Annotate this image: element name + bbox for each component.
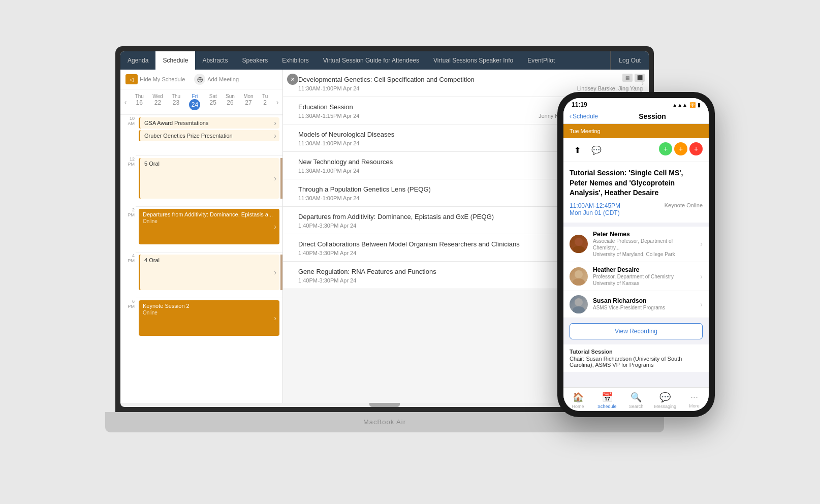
session-gruber[interactable]: Gruber Genetics Prize Presentation › xyxy=(139,130,279,141)
phone-chair-info: Chair: Susan Richardson (University of S… xyxy=(570,356,703,368)
session-4oral-arrow: › xyxy=(274,268,276,276)
scene: Agenda Schedule Abstracts Speakers Exhib… xyxy=(105,31,715,473)
tab-abstracts[interactable]: Abstracts xyxy=(195,51,235,70)
phone-nav-messaging[interactable]: 💬 Messaging xyxy=(651,391,680,410)
share-icon[interactable]: ⬆ xyxy=(570,142,585,158)
time-content-2: Departures from Additivity: Dominance, E… xyxy=(136,206,282,252)
day-sun26[interactable]: Sun26 xyxy=(223,92,238,111)
time-label-4: 4PM xyxy=(121,253,135,263)
hide-schedule-icon: ◁ xyxy=(125,74,138,84)
session-gsa-arrow: › xyxy=(274,119,276,127)
phone-time: 11:19 xyxy=(572,101,587,108)
tab-exhibitors[interactable]: Exhibitors xyxy=(275,51,316,70)
prev-day-button[interactable]: ‹ xyxy=(120,98,131,106)
phone-nav-search[interactable]: 🔍 Search xyxy=(621,391,650,410)
svg-point-5 xyxy=(573,306,585,313)
session-5oral-arrow: › xyxy=(274,174,276,182)
day-columns: Thu16 Wed22 Thu23 Fri24 Sat25 Sun26 Mon2… xyxy=(131,91,272,112)
session-4oral[interactable]: 4 Oral Oral › xyxy=(139,255,279,290)
speaker-avatar-susan xyxy=(570,295,588,313)
phone-back-label: Schedule xyxy=(573,113,598,120)
session-gruber-arrow: › xyxy=(274,132,276,140)
phone-back-button[interactable]: ‹ Schedule xyxy=(570,113,598,120)
time-label-12: 12PM xyxy=(121,156,135,167)
svg-point-1 xyxy=(573,246,585,253)
speaker-arrow-susan: › xyxy=(700,300,703,308)
session-gsa[interactable]: GSA Award Presentations › xyxy=(139,117,279,129)
day-mon27[interactable]: Mon27 xyxy=(240,92,256,111)
speaker-item-peter[interactable]: Peter Nemes Associate Professor, Departm… xyxy=(563,227,709,262)
view-recording-button[interactable]: View Recording xyxy=(570,323,703,339)
phone-nav-schedule[interactable]: 📅 Schedule xyxy=(592,391,621,410)
add-green-button[interactable]: + xyxy=(659,142,672,155)
comment-icon[interactable]: 💬 xyxy=(589,142,604,158)
search-nav-label: Search xyxy=(629,404,644,409)
phone-session-title: Tutorial Session: 'Single Cell MS', Pete… xyxy=(570,168,703,198)
hide-schedule-button[interactable]: ◁ Hide My Schedule xyxy=(125,74,185,84)
phone: 11:19 ▲▲▲ 🛜 ▮ ‹ Schedule Session Tue Mee… xyxy=(557,92,715,417)
session-departures-arrow: › xyxy=(274,223,276,231)
session-departures[interactable]: Departures from Additivity: Dominance, E… xyxy=(139,209,279,244)
wifi-icon: 🛜 xyxy=(689,102,696,108)
add-orange-button[interactable]: + xyxy=(674,142,687,155)
close-button[interactable]: × xyxy=(287,74,298,85)
signal-icon: ▲▲▲ xyxy=(672,102,687,108)
time-content-12: 5 Oral Oral › xyxy=(136,155,282,206)
tab-virtual-guide[interactable]: Virtual Session Guide for Attendees xyxy=(316,51,426,70)
calendar-header: ◁ Hide My Schedule ⊕ Add Meeting xyxy=(120,70,282,89)
tab-virtual-speaker[interactable]: Virtual Sessions Speaker Info xyxy=(426,51,520,70)
day-wed22[interactable]: Wed22 xyxy=(149,92,166,111)
next-day-button[interactable]: › xyxy=(272,98,282,106)
time-label-10: 10AM xyxy=(121,116,135,126)
phone-bottom-nav: 🏠 Home 📅 Schedule 🔍 Search 💬 Messaging ·… xyxy=(563,387,709,411)
speaker-arrow-heather: › xyxy=(700,272,703,280)
time-content-10: GSA Award Presentations › Gruber Genetic… xyxy=(136,115,282,155)
time-row-4: 4PM 4 Oral Oral › xyxy=(136,252,282,298)
phone-status-icons: ▲▲▲ 🛜 ▮ xyxy=(672,102,701,108)
calendar-icon-1[interactable]: ▦ xyxy=(622,74,633,82)
phone-nav-more[interactable]: ··· More xyxy=(680,391,709,410)
phone-content: Tue Meeting ⬆ 💬 + + + Tutorial Session: … xyxy=(563,124,709,387)
day-tu2[interactable]: Tu2 xyxy=(259,92,271,111)
schedule-nav-icon: 📅 xyxy=(602,392,613,403)
session-gruber-title: Gruber Genetics Prize Presentation xyxy=(144,133,233,139)
session-keynote2-arrow: › xyxy=(274,314,276,322)
tab-speakers[interactable]: Speakers xyxy=(235,51,275,70)
speaker-item-susan[interactable]: Susan Richardson ASMS Vice-President Pro… xyxy=(563,291,709,318)
session-keynote2-title: Keynote Session 2 xyxy=(143,303,275,309)
speaker-avatar-heather xyxy=(570,267,588,286)
phone-session-date: Mon Jun 01 (CDT) xyxy=(570,209,620,216)
logout-button[interactable]: Log Out xyxy=(610,51,649,70)
oral-label-12: Oral xyxy=(280,158,282,199)
home-icon: 🏠 xyxy=(573,392,584,403)
tab-schedule[interactable]: Schedule xyxy=(155,51,195,70)
phone-session-header: Tue Meeting xyxy=(563,124,709,138)
speaker-item-heather[interactable]: Heather Desaire Professor, Department of… xyxy=(563,262,709,291)
session-departures-label: Online xyxy=(143,218,275,224)
phone-session-time-block: 11:00AM-12:45PM Mon Jun 01 (CDT) xyxy=(570,202,620,216)
add-meeting-button[interactable]: ⊕ Add Meeting xyxy=(194,74,239,85)
day-sat25[interactable]: Sat25 xyxy=(206,92,220,111)
session-speakers-1: Lindsey Barske, Jing Yang xyxy=(577,85,643,91)
session-keynote2[interactable]: Keynote Session 2 Online › xyxy=(139,300,279,336)
day-nav: ‹ Thu16 Wed22 Thu23 Fri24 Sat25 Sun26 Mo… xyxy=(120,89,282,115)
tab-eventpilot[interactable]: EventPilot xyxy=(520,51,562,70)
time-label-2: 2PM xyxy=(121,207,135,217)
tab-agenda[interactable]: Agenda xyxy=(120,51,155,70)
day-fri24[interactable]: Fri24 xyxy=(186,92,203,111)
phone-description-label: Tutorial Session xyxy=(570,349,703,355)
session-arrow-1: › xyxy=(641,79,644,88)
session-5oral[interactable]: 5 Oral Oral › xyxy=(139,158,279,199)
day-thu16[interactable]: Thu16 xyxy=(132,92,147,111)
time-row-6: 6PM Keynote Session 2 Online › xyxy=(136,298,282,343)
phone-screen: 11:19 ▲▲▲ 🛜 ▮ ‹ Schedule Session Tue Mee… xyxy=(563,98,709,411)
phone-nav-home[interactable]: 🏠 Home xyxy=(563,391,592,410)
speaker-info-heather: Heather Desaire Professor, Department of… xyxy=(593,266,700,287)
speaker-name-heather: Heather Desaire xyxy=(593,266,700,273)
add-red-button[interactable]: + xyxy=(689,142,703,155)
time-content-6: Keynote Session 2 Online › xyxy=(136,298,282,343)
messaging-nav-icon: 💬 xyxy=(659,392,671,403)
laptop-notch xyxy=(369,403,400,407)
schedule-grid: 10AM GSA Award Presentations › Gruber Ge… xyxy=(120,115,282,403)
day-thu23[interactable]: Thu23 xyxy=(169,92,183,111)
